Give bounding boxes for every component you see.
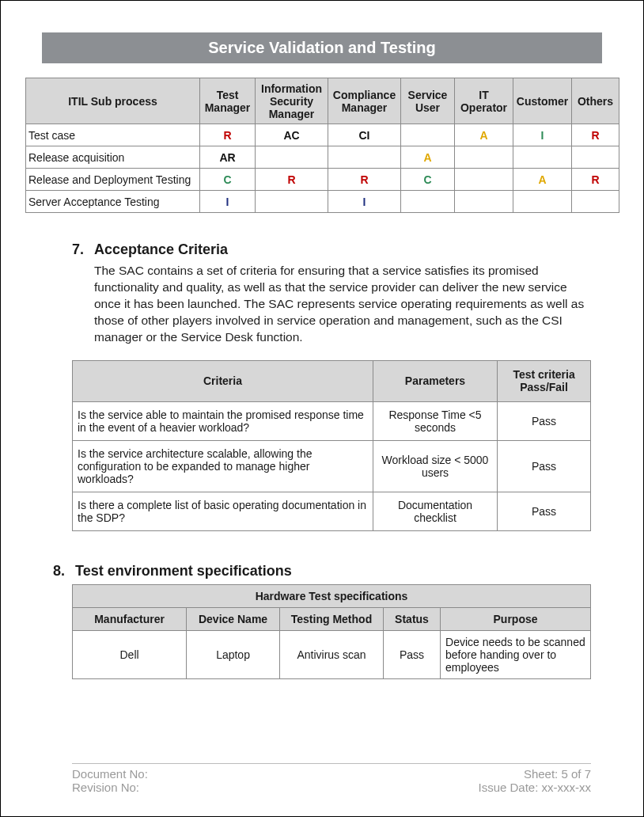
criteria-cell: Is the service able to maintain the prom… <box>73 401 373 440</box>
criteria-cell: Is the service architecture scalable, al… <box>73 440 373 492</box>
raci-cell: R <box>572 124 619 146</box>
hw-mfr: Dell <box>73 630 187 678</box>
footer-sheet: Sheet: 5 of 7 <box>524 767 591 781</box>
raci-cell <box>455 191 513 213</box>
raci-cell <box>401 124 455 146</box>
hw-header-status: Status <box>383 607 440 630</box>
raci-header-test-manager: Test Manager <box>200 78 256 124</box>
criteria-cell: Pass <box>498 492 591 530</box>
raci-row: Test caseRACCIAIR <box>26 124 619 146</box>
criteria-header-parameters: Parameters <box>373 360 497 401</box>
raci-cell: A <box>455 124 513 146</box>
raci-header-process: ITIL Sub process <box>26 78 200 124</box>
hw-status: Pass <box>383 630 440 678</box>
criteria-row: Is the service architecture scalable, al… <box>73 440 591 492</box>
footer-issue-date: Issue Date: xx-xxx-xx <box>478 781 591 794</box>
raci-header-info-sec-manager: Information Security Manager <box>256 78 328 124</box>
raci-cell <box>455 169 513 191</box>
raci-cell: A <box>513 169 572 191</box>
hw-purpose: Device needs to be scanned before handin… <box>441 630 591 678</box>
raci-cell: AR <box>200 146 256 169</box>
raci-table: ITIL Sub process Test Manager Informatio… <box>25 78 619 213</box>
raci-cell: I <box>200 191 256 213</box>
raci-cell <box>572 146 619 169</box>
section8-title: Test environment specifications <box>75 563 292 580</box>
criteria-table: Criteria Parameters Test criteria Pass/F… <box>72 360 591 531</box>
raci-cell <box>401 191 455 213</box>
footer-revno-label: Revision No: <box>72 781 139 794</box>
raci-cell <box>328 146 401 169</box>
criteria-row: Is there a complete list of basic operat… <box>73 492 591 530</box>
section-test-env: 8. Test environment specifications Hardw… <box>72 563 591 679</box>
raci-cell <box>256 146 328 169</box>
raci-cell: AC <box>256 124 328 146</box>
page-footer: Document No: Sheet: 5 of 7 Revision No: … <box>72 763 591 794</box>
raci-process: Release and Deployment Testing <box>26 169 200 191</box>
criteria-cell: Pass <box>498 401 591 440</box>
section7-paragraph: The SAC contains a set of criteria for e… <box>94 263 591 346</box>
raci-process: Release acquisition <box>26 146 200 169</box>
criteria-cell: Pass <box>498 440 591 492</box>
criteria-header-passfail: Test criteria Pass/Fail <box>498 360 591 401</box>
raci-cell <box>513 146 572 169</box>
raci-row: Release acquisitionARA <box>26 146 619 169</box>
raci-process: Test case <box>26 124 200 146</box>
page: Service Validation and Testing ITIL Sub … <box>0 0 644 817</box>
raci-cell: A <box>401 146 455 169</box>
hardware-table: Hardware Test specifications Manufacture… <box>72 584 591 679</box>
raci-header-it-operator: IT Operator <box>455 78 513 124</box>
raci-cell <box>455 146 513 169</box>
raci-cell: R <box>256 169 328 191</box>
section7-number: 7. <box>72 241 86 258</box>
hw-row: Dell Laptop Antivirus scan Pass Device n… <box>73 630 591 678</box>
raci-cell: R <box>200 124 256 146</box>
raci-cell <box>256 191 328 213</box>
raci-row: Server Acceptance TestingII <box>26 191 619 213</box>
raci-row: Release and Deployment TestingCRRCAR <box>26 169 619 191</box>
raci-cell: I <box>513 124 572 146</box>
raci-cell: R <box>328 169 401 191</box>
raci-cell: C <box>401 169 455 191</box>
page-title: Service Validation and Testing <box>42 32 602 63</box>
raci-header-compliance-manager: Compliance Manager <box>328 78 401 124</box>
footer-docno-label: Document No: <box>72 767 148 781</box>
raci-cell: C <box>200 169 256 191</box>
hardware-table-title: Hardware Test specifications <box>73 584 591 607</box>
raci-cell: I <box>328 191 401 213</box>
hw-device: Laptop <box>187 630 280 678</box>
criteria-row: Is the service able to maintain the prom… <box>73 401 591 440</box>
criteria-cell: Workload size < 5000 users <box>373 440 497 492</box>
criteria-cell: Documentation checklist <box>373 492 497 530</box>
raci-header-others: Others <box>572 78 619 124</box>
hw-method: Antivirus scan <box>279 630 383 678</box>
section-acceptance-criteria: 7. Acceptance Criteria The SAC contains … <box>72 241 591 531</box>
criteria-header-criteria: Criteria <box>73 360 373 401</box>
criteria-cell: Is there a complete list of basic operat… <box>73 492 373 530</box>
raci-cell: CI <box>328 124 401 146</box>
criteria-cell: Response Time <5 seconds <box>373 401 497 440</box>
hw-header-manufacturer: Manufacturer <box>73 607 187 630</box>
raci-cell: R <box>572 169 619 191</box>
raci-process: Server Acceptance Testing <box>26 191 200 213</box>
hw-header-testing-method: Testing Method <box>279 607 383 630</box>
raci-header-service-user: Service User <box>401 78 455 124</box>
section8-number: 8. <box>53 563 67 580</box>
raci-cell <box>513 191 572 213</box>
hw-header-purpose: Purpose <box>441 607 591 630</box>
raci-cell <box>572 191 619 213</box>
hw-header-device-name: Device Name <box>187 607 280 630</box>
section7-title: Acceptance Criteria <box>94 241 228 258</box>
raci-header-customer: Customer <box>513 78 572 124</box>
